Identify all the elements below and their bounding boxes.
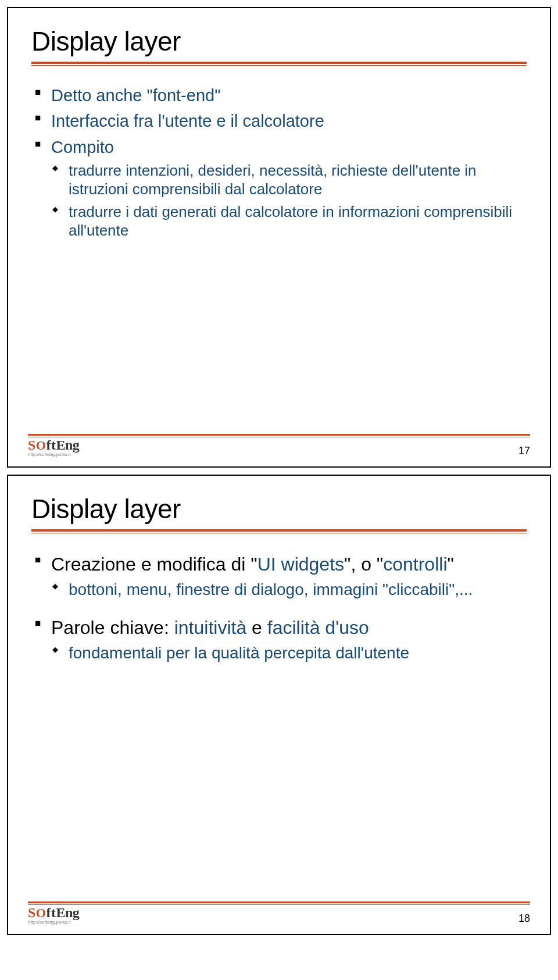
page-number: 18 bbox=[518, 913, 530, 925]
bullet: Detto anche "font-end" bbox=[31, 85, 527, 106]
sub-bullet: fondamentali per la qualità percepita da… bbox=[51, 643, 527, 663]
slide-content: Detto anche "font-end" Interfaccia fra l… bbox=[31, 85, 527, 240]
page-number: 17 bbox=[518, 445, 530, 457]
bullet-text: Parole chiave: intuitività e facilità d'… bbox=[51, 617, 369, 638]
logo-o: O bbox=[36, 906, 46, 920]
bullet: Parole chiave: intuitività e facilità d'… bbox=[31, 616, 527, 663]
logo-text: SOftEng bbox=[28, 437, 79, 453]
sub-bullet: tradurre intenzioni, desideri, necessità… bbox=[51, 161, 527, 199]
logo-ft: ft bbox=[46, 437, 56, 452]
title-rule bbox=[31, 62, 527, 65]
logo-s: S bbox=[28, 905, 36, 920]
slide-2: Display layer Creazione e modifica di "U… bbox=[7, 475, 551, 935]
title-rule bbox=[31, 529, 527, 533]
slide-title: Display layer bbox=[31, 493, 527, 525]
slide-content: Creazione e modifica di "UI widgets", o … bbox=[31, 553, 527, 663]
logo: SOftEng http://softeng.polito.it bbox=[28, 905, 79, 925]
slide-footer: SOftEng http://softeng.polito.it 17 bbox=[28, 437, 530, 457]
sub-bullet: bottoni, menu, finestre di dialogo, imma… bbox=[51, 579, 527, 600]
slide-1: Display layer Detto anche "font-end" Int… bbox=[7, 7, 551, 468]
logo-eng: Eng bbox=[56, 905, 79, 920]
logo-o: O bbox=[36, 438, 46, 452]
logo-url: http://softeng.polito.it bbox=[28, 920, 79, 925]
bullet-text: Compito bbox=[51, 138, 114, 156]
slide-title: Display layer bbox=[31, 26, 527, 57]
logo-eng: Eng bbox=[56, 437, 79, 452]
logo: SOftEng http://softeng.polito.it bbox=[28, 437, 79, 457]
bullet: Interfaccia fra l'utente e il calcolator… bbox=[31, 111, 527, 131]
slide-footer: SOftEng http://softeng.polito.it 18 bbox=[28, 905, 530, 925]
logo-text: SOftEng bbox=[28, 905, 79, 921]
bullet: Creazione e modifica di "UI widgets", o … bbox=[31, 553, 527, 600]
bullet: Compito tradurre intenzioni, desideri, n… bbox=[31, 137, 527, 240]
logo-ft: ft bbox=[46, 905, 56, 920]
logo-s: S bbox=[28, 437, 36, 452]
logo-url: http://softeng.polito.it bbox=[28, 452, 79, 457]
sub-bullet: tradurre i dati generati dal calcolatore… bbox=[51, 202, 527, 240]
bullet-text: Creazione e modifica di "UI widgets", o … bbox=[51, 554, 454, 575]
